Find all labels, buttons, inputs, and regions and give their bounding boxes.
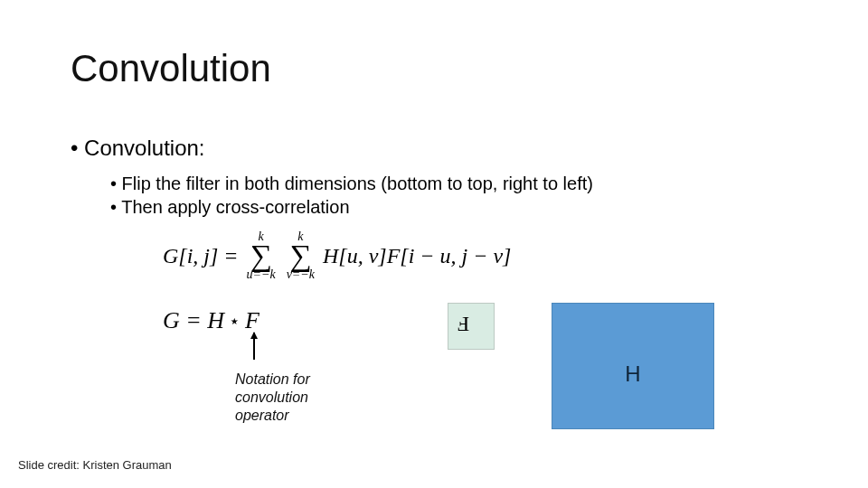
sigma-icon: ∑ [287,243,315,268]
sub-bullet-1: Flip the filter in both dimensions (bott… [110,172,593,195]
equation-1: G[i, j] = k ∑ u=−k k ∑ v=−k H[u, v]F[i −… [163,230,597,281]
slide-title: Convolution [71,47,271,90]
annotation-line-2: convolution [235,389,310,407]
image-box-h: H [552,303,714,429]
eq2-lhs: G = H [163,307,224,333]
image-box-h-label: H [625,361,640,387]
eq2-rhs: F [245,307,259,333]
flipped-f-label: F [458,312,469,336]
arrow-icon [253,333,255,360]
sum-v-bot: v=−k [287,268,315,281]
sub-bullet-list: Flip the filter in both dimensions (bott… [110,172,593,219]
slide-credit: Slide credit: Kristen Grauman [18,458,172,472]
sum-u: k ∑ u=−k [247,230,276,281]
eq1-rhs: H[u, v]F[i − u, j − v] [323,244,511,268]
eq1-lhs-text: G[i, j] = [163,244,239,267]
sum-v: k ∑ v=−k [287,230,315,281]
operator-annotation: Notation for convolution operator [235,371,310,425]
equation-2: G = H⋆F [163,307,259,334]
annotation-line-1: Notation for [235,371,310,389]
sum-u-bot: u=−k [247,268,276,281]
slide: Convolution Convolution: Flip the filter… [0,0,868,488]
sub-bullet-2: Then apply cross-correlation [110,195,593,219]
bullet-level1: Convolution: [71,136,205,161]
sigma-icon: ∑ [247,243,276,268]
star-operator-icon: ⋆ [224,311,245,331]
annotation-line-3: operator [235,407,310,425]
filter-box-f [448,303,495,350]
eq1-lhs: G[i, j] = [163,244,239,268]
